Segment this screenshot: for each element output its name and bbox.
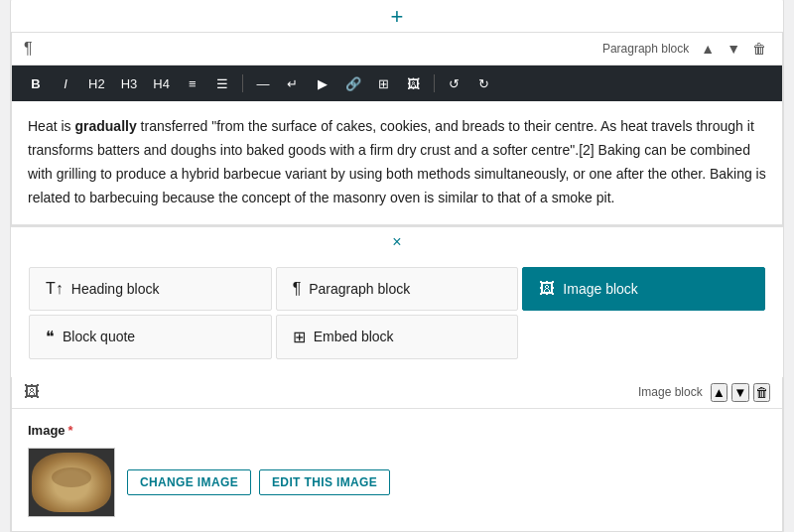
formatting-toolbar: B I H2 H3 H4 ≡ ☰ — ↵ ▶ 🔗 ⊞ 🖼 ↺ ↻	[12, 66, 782, 101]
paragraph-delete-button[interactable]: 🗑	[748, 39, 770, 59]
blockquote-option-label: Block quote	[63, 329, 135, 344]
embed-option-label: Embed block	[314, 329, 394, 344]
h4-button[interactable]: H4	[148, 71, 175, 95]
image-option-icon: 🖼	[539, 280, 555, 298]
heading-option-label: Heading block	[71, 281, 160, 297]
image-move-up-button[interactable]: ▲	[711, 383, 728, 402]
image-field-label: Image*	[28, 423, 766, 438]
image-option-label: Image block	[563, 281, 637, 297]
italic-button[interactable]: I	[54, 71, 77, 95]
blockquote-block-option[interactable]: ❝ Block quote	[29, 315, 272, 359]
image-move-down-button[interactable]: ▼	[731, 383, 748, 402]
add-block-button[interactable]: +	[391, 6, 404, 28]
image-action-buttons: CHANGE IMAGE EDIT THIS IMAGE	[127, 469, 390, 495]
block-inserter-close-area: ×	[11, 227, 783, 257]
paragraph-block-option[interactable]: ¶ Paragraph block	[276, 267, 519, 311]
image-block-header: 🖼 Image block ▲ ▼ 🗑	[12, 377, 782, 409]
add-block-top-area: +	[11, 0, 783, 32]
image-block: 🖼 Image block ▲ ▼ 🗑 Image* CHANGE IMAGE …	[11, 377, 783, 532]
image-block-icon: 🖼	[24, 383, 40, 401]
paragraph-option-label: Paragraph block	[309, 281, 410, 297]
unordered-list-button[interactable]: ≡	[181, 71, 204, 95]
redo-button[interactable]: ↻	[472, 71, 496, 95]
image-preview	[28, 448, 115, 517]
heading-block-option[interactable]: T↑ Heading block	[29, 267, 272, 311]
edit-image-button[interactable]: EDIT THIS IMAGE	[259, 469, 390, 495]
link-button[interactable]: 🔗	[340, 71, 366, 95]
h3-button[interactable]: H3	[116, 71, 143, 95]
block-inserter: × T↑ Heading block ¶ Paragraph block 🖼 I…	[11, 226, 783, 377]
heading-option-icon: T↑	[46, 280, 64, 298]
change-image-button[interactable]: CHANGE IMAGE	[127, 469, 251, 495]
toolbar-separator-2	[434, 74, 435, 92]
image-preview-row: CHANGE IMAGE EDIT THIS IMAGE	[28, 448, 766, 517]
horizontal-rule-button[interactable]: —	[251, 71, 275, 95]
paragraph-block-label: Paragraph block	[602, 42, 689, 56]
image-delete-button[interactable]: 🗑	[753, 383, 770, 402]
ordered-list-button[interactable]: ☰	[210, 71, 234, 95]
paragraph-block-actions: ▲ ▼ 🗑	[697, 39, 770, 59]
h2-button[interactable]: H2	[83, 71, 110, 95]
bread-image	[32, 453, 111, 512]
bold-button[interactable]: B	[24, 71, 48, 95]
block-options-grid: T↑ Heading block ¶ Paragraph block 🖼 Ima…	[11, 257, 783, 377]
editor-container: + ¶ Paragraph block ▲ ▼ 🗑 B I H2 H3 H4 ≡…	[10, 0, 784, 532]
close-inserter-button[interactable]: ×	[392, 233, 401, 251]
embed-option-icon: ⊞	[293, 328, 306, 346]
embed-button[interactable]: ▶	[311, 71, 334, 95]
image-block-label: Image block	[638, 385, 703, 399]
toolbar-separator-1	[242, 74, 243, 92]
paragraph-block: ¶ Paragraph block ▲ ▼ 🗑 B I H2 H3 H4 ≡ ☰…	[11, 32, 783, 225]
paragraph-content[interactable]: Heat is gradually transferred "from the …	[12, 101, 782, 224]
paragraph-icon: ¶	[24, 40, 33, 58]
enter-button[interactable]: ↵	[281, 71, 305, 95]
paragraph-move-up-button[interactable]: ▲	[697, 39, 719, 59]
image-block-content: Image* CHANGE IMAGE EDIT THIS IMAGE	[12, 409, 782, 531]
paragraph-move-down-button[interactable]: ▼	[723, 39, 744, 59]
undo-button[interactable]: ↺	[443, 71, 466, 95]
embed-block-option[interactable]: ⊞ Embed block	[276, 315, 519, 359]
image-toolbar-button[interactable]: 🖼	[402, 71, 426, 95]
paragraph-block-header: ¶ Paragraph block ▲ ▼ 🗑	[12, 33, 782, 66]
image-block-option[interactable]: 🖼 Image block	[522, 267, 765, 311]
blockquote-option-icon: ❝	[46, 328, 55, 346]
image-block-actions: ▲ ▼ 🗑	[711, 383, 770, 402]
table-button[interactable]: ⊞	[372, 71, 396, 95]
paragraph-option-icon: ¶	[293, 280, 302, 298]
required-marker: *	[68, 423, 73, 438]
